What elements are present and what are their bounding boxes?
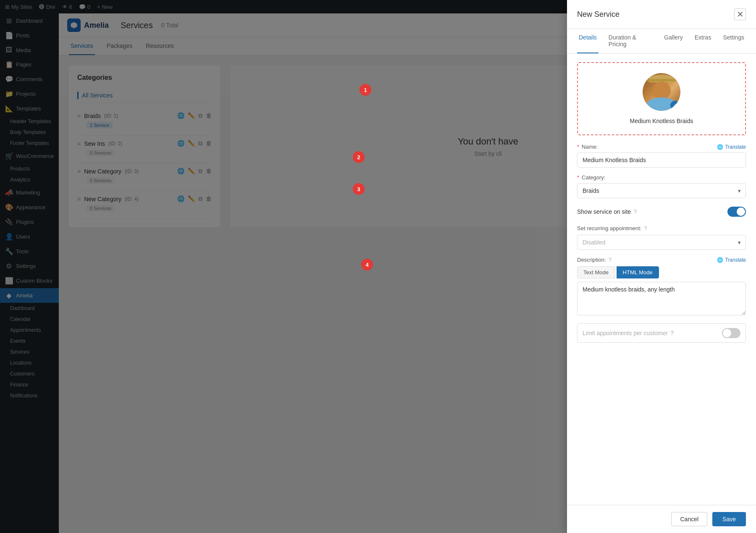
category-select-wrapper: Braids Sew Ins New Category (ID: 3) New … <box>577 183 746 198</box>
show-service-row: Show service on site ? <box>577 205 746 218</box>
form-group-description: Description: ? 🌐 Translate Text Mode HTM… <box>577 257 746 317</box>
text-mode-button[interactable]: Text Mode <box>577 266 615 278</box>
description-header: Description: ? 🌐 Translate <box>577 257 746 263</box>
required-star-cat: * <box>577 174 579 181</box>
new-service-modal: New Service ✕ Details Duration & Pricing… <box>567 0 756 533</box>
image-edit-badge: ✓ <box>670 101 680 110</box>
cancel-button[interactable]: Cancel <box>671 512 707 526</box>
limit-toggle[interactable] <box>722 328 740 338</box>
toggle-thumb <box>737 207 745 216</box>
modal-close-button[interactable]: ✕ <box>734 8 746 20</box>
help-icon-show: ? <box>633 208 637 215</box>
category-label: * Category: <box>577 174 746 181</box>
required-star: * <box>577 144 579 150</box>
help-icon-desc: ? <box>609 257 612 263</box>
description-label: Description: ? <box>577 257 612 263</box>
name-label: * Name: 🌐 Translate <box>577 144 746 150</box>
step-badge-2: 2 <box>353 151 365 163</box>
show-service-toggle[interactable] <box>727 207 746 217</box>
image-upload-content: ✓ Medium Knotless Braids <box>630 73 693 124</box>
desc-translate-link[interactable]: 🌐 Translate <box>717 257 746 263</box>
modal-tabs: Details Duration & Pricing Gallery Extra… <box>567 29 756 54</box>
description-textarea[interactable] <box>577 282 746 315</box>
html-mode-button[interactable]: HTML Mode <box>617 266 659 278</box>
show-service-label: Show service on site ? <box>577 208 637 215</box>
form-group-recurring: Set recurring appointment: ? Disabled ▾ <box>577 225 746 250</box>
name-translate-link[interactable]: 🌐 Translate <box>717 144 746 150</box>
step-badge-1: 1 <box>360 84 371 96</box>
recurring-select-wrapper: Disabled ▾ <box>577 235 746 250</box>
form-group-category: * Category: Braids Sew Ins New Category … <box>577 174 746 198</box>
modal-tab-details[interactable]: Details <box>577 29 598 53</box>
name-input[interactable] <box>577 152 746 168</box>
limit-label: Limit appointments per customer ? <box>583 330 722 336</box>
limit-appointments-row: Limit appointments per customer ? <box>577 323 746 343</box>
recurring-select[interactable]: Disabled <box>577 235 746 250</box>
modal-backdrop: 1 2 3 4 New Service ✕ Details Duration &… <box>0 0 756 533</box>
modal-header: New Service ✕ <box>567 0 756 29</box>
recurring-label: Set recurring appointment: ? <box>577 225 746 231</box>
modal-tab-settings[interactable]: Settings <box>721 29 746 53</box>
modal-tab-gallery[interactable]: Gallery <box>662 29 684 53</box>
step-badge-3: 3 <box>353 183 365 195</box>
save-button[interactable]: Save <box>712 512 746 526</box>
form-group-name: * Name: 🌐 Translate <box>577 144 746 168</box>
help-icon-limit: ? <box>670 330 674 336</box>
modal-tab-duration[interactable]: Duration & Pricing <box>607 29 654 53</box>
category-select[interactable]: Braids Sew Ins New Category (ID: 3) New … <box>577 183 746 198</box>
modal-body: ✓ Medium Knotless Braids * Name: 🌐 Trans… <box>567 54 756 505</box>
service-image-label: Medium Knotless Braids <box>630 118 693 124</box>
service-image: ✓ <box>643 73 680 111</box>
modal-footer: Cancel Save <box>567 505 756 533</box>
step-badge-4: 4 <box>361 259 373 270</box>
modal-tab-extras[interactable]: Extras <box>693 29 713 53</box>
help-icon-recurring: ? <box>644 225 647 231</box>
description-modes: Text Mode HTML Mode <box>577 266 746 278</box>
modal-title: New Service <box>577 10 620 19</box>
image-upload-area[interactable]: ✓ Medium Knotless Braids <box>577 62 746 135</box>
limit-toggle-thumb <box>723 329 731 337</box>
